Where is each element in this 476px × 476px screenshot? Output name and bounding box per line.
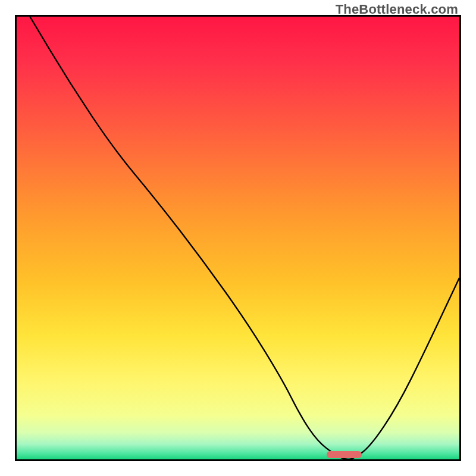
bottleneck-chart (17, 17, 459, 459)
chart-frame (15, 15, 461, 461)
heat-gradient-background (17, 17, 459, 459)
optimal-range-marker (327, 451, 362, 458)
